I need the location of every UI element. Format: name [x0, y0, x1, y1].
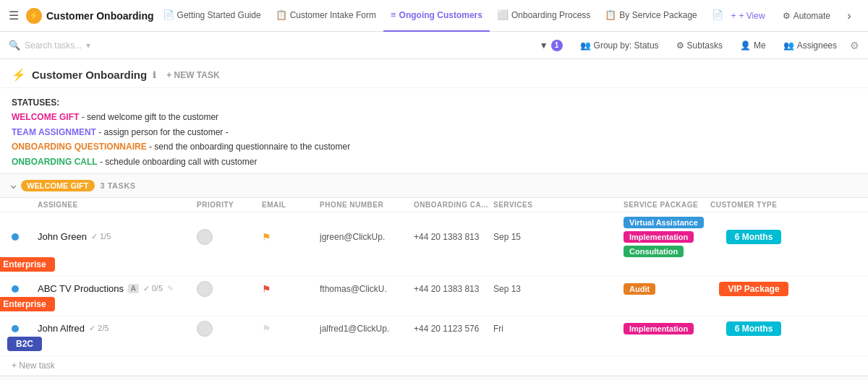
task-name-john-green[interactable]: John Green ✓ 1/5	[38, 231, 197, 242]
onboarding-questionnaire-desc: - send the onboarding questionnaire to t…	[149, 142, 350, 152]
onboarding-questionnaire-label: ONBOARDING QUESTIONNAIRE	[12, 142, 147, 152]
statuses-label: STATUSES:	[12, 98, 59, 108]
phone-cell: +44 20 1383 813	[414, 232, 493, 242]
task-name-abc-tv[interactable]: ABC TV Productions A ✓ 0/5 ✎	[38, 283, 197, 294]
team-assignment-label: TEAM ASSIGNMENT	[12, 127, 96, 137]
process-icon: ⬜	[497, 9, 509, 20]
app-brand: ☰ ⚡ Customer Onboarding	[6, 6, 154, 25]
task-name-john-alfred[interactable]: John Alfred ✓ 2/5	[38, 323, 197, 334]
welcome-gift-header: WELCOME GIFT 3 TASKS	[0, 173, 868, 198]
add-view-button[interactable]: + + View	[725, 8, 770, 24]
task-dot	[12, 233, 19, 241]
chevron-down-icon: ▾	[86, 40, 90, 51]
priority-cell: ⚑	[262, 283, 320, 295]
tab-intake-form[interactable]: 📋 Customer Intake Form	[268, 0, 383, 32]
welcome-gift-count: 3 TASKS	[101, 181, 136, 190]
new-task-row-welcome[interactable]: + New task	[0, 356, 868, 376]
ctype-tag: Enterprise	[0, 297, 55, 311]
me-button[interactable]: 👤 Me	[736, 39, 770, 52]
group-by-button[interactable]: 👥 Group by: Status	[576, 39, 663, 52]
ctype-cell: Enterprise	[12, 297, 38, 311]
assignees-button[interactable]: 👥 Assignees	[779, 39, 841, 52]
tab-getting-started[interactable]: 📄 Getting Started Guide	[156, 0, 268, 32]
more-options-icon[interactable]: ›	[842, 9, 856, 23]
subtasks-button[interactable]: ⚙ Subtasks	[672, 39, 727, 52]
search-icon: 🔍	[9, 40, 20, 51]
assignee-cell[interactable]	[197, 321, 262, 337]
priority-flag-yellow: ⚑	[262, 231, 271, 243]
info-icon[interactable]: ℹ	[153, 70, 156, 80]
pkg-cell: VIP Package	[710, 282, 797, 296]
task-dot	[12, 285, 19, 293]
top-nav-bar: ☰ ⚡ Customer Onboarding 📄 Getting Starte…	[0, 0, 868, 32]
services-cell: Implementation	[624, 323, 710, 334]
filter-actions: ▼ 1 👥 Group by: Status ⚙ Subtasks 👤 Me 👥…	[535, 38, 859, 53]
section-toggle-welcome[interactable]	[12, 181, 15, 191]
filter-icon: ▼	[540, 40, 548, 51]
task-label: John Green	[38, 231, 87, 242]
onb-icon: 📄	[712, 9, 723, 20]
tab-by-service-package[interactable]: 📋 By Service Package	[597, 0, 704, 32]
automate-icon: ⚙	[783, 11, 791, 21]
page-header: ⚡ Customer Onboarding ℹ + NEW TASK	[0, 59, 868, 88]
automate-button[interactable]: ⚙ Automate	[777, 8, 836, 24]
team-assignment-section: TEAM ASSIGNMENT 2 TASKS ASSIGNEE PRIORIT…	[0, 376, 868, 380]
nav-action-buttons: + + View ⚙ Automate ›	[725, 8, 862, 24]
service-tag-consult: Consultation	[624, 246, 684, 257]
pkg-tag: VIP Package	[719, 282, 788, 296]
tab-ongoing-customers[interactable]: ≡ Ongoing Customers	[383, 0, 490, 32]
search-area[interactable]: 🔍 Search tasks... ▾	[9, 40, 90, 51]
filter-button[interactable]: ▼ 1	[535, 38, 567, 53]
team-assignment-header: TEAM ASSIGNMENT 2 TASKS	[0, 376, 868, 380]
table-row: ABC TV Productions A ✓ 0/5 ✎ ⚑ fthomas@C…	[0, 277, 868, 316]
date-cell: Fri	[493, 324, 624, 334]
col-assignee: ASSIGNEE	[38, 201, 197, 209]
service-tag-audit: Audit	[624, 283, 655, 295]
task-label: John Alfred	[38, 323, 85, 334]
assignee-cell[interactable]	[197, 229, 262, 245]
priority-flag-red: ⚑	[262, 283, 271, 295]
avatar	[197, 321, 213, 337]
status-legend: STATUSES: WELCOME GIFT - send welcome gi…	[0, 88, 868, 173]
avatar	[197, 281, 213, 297]
team-assignment-desc: - assign person for the customer -	[98, 127, 228, 137]
task-dot	[12, 325, 19, 332]
form-icon: 📋	[276, 9, 287, 20]
plus-icon: +	[731, 11, 736, 21]
priority-cell: ⚑	[262, 323, 320, 334]
hamburger-icon[interactable]: ☰	[6, 6, 22, 25]
email-cell: jgreen@ClickUp.	[320, 232, 414, 242]
task-check: ✓ 1/5	[91, 232, 111, 241]
phone-cell: +44 20 1383 813	[414, 284, 493, 294]
tab-onboarding-process[interactable]: ⬜ Onboarding Process	[490, 0, 597, 32]
tab-onboarding[interactable]: 📄 Onboarding ❯	[705, 0, 724, 32]
col-priority: PRIORITY	[197, 201, 262, 209]
task-check: ✓ 2/5	[89, 324, 109, 333]
table-row: John Alfred ✓ 2/5 ⚑ jalfred1@ClickUp. +4…	[0, 316, 868, 356]
phone-cell: +44 20 1123 576	[414, 324, 493, 334]
group-icon: 👥	[580, 40, 591, 51]
date-cell: Sep 13	[493, 284, 624, 294]
onboarding-call-label: ONBOARDING CALL	[12, 157, 98, 167]
pkg-tag: 6 Months	[726, 321, 782, 336]
col-services: SERVICES	[493, 201, 624, 209]
avatar	[197, 229, 213, 245]
ctype-cell: Enterprise	[12, 257, 38, 272]
edit-icon: ✎	[167, 284, 174, 293]
welcome-gift-section: WELCOME GIFT 3 TASKS ASSIGNEE PRIORITY E…	[0, 173, 868, 376]
service-tag-impl: Implementation	[624, 231, 694, 243]
app-title: Customer Onboarding	[46, 10, 154, 22]
settings-icon[interactable]: ⚙	[850, 40, 859, 51]
assignee-cell[interactable]	[197, 281, 262, 297]
email-cell: fthomas@ClickU.	[320, 284, 414, 294]
col-phone: PHONE NUMBER	[320, 201, 414, 209]
doc-icon: 📄	[163, 9, 174, 20]
service-tag-impl: Implementation	[624, 323, 694, 334]
title-emoji: ⚡	[12, 68, 26, 82]
task-label: ABC TV Productions	[38, 283, 124, 294]
col-service-pkg: SERVICE PACKAGE	[624, 201, 710, 209]
new-task-button[interactable]: + NEW TASK	[162, 69, 224, 82]
app-icon: ⚡	[26, 8, 42, 24]
list-icon: ≡	[391, 9, 396, 20]
filter-count: 1	[551, 40, 563, 51]
